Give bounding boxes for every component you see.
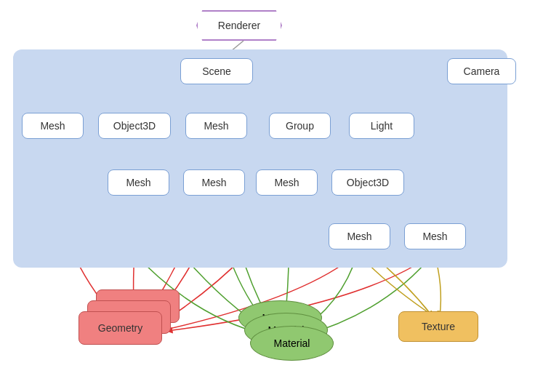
scene-node: Scene <box>180 58 253 84</box>
mesh3-node: Mesh <box>108 169 169 196</box>
mesh7-node: Mesh <box>404 223 466 249</box>
mat1-node: Material <box>250 326 334 361</box>
object3d2-node: Object3D <box>331 169 404 196</box>
light-node: Light <box>349 113 414 139</box>
renderer-hex: Renderer <box>196 10 282 41</box>
mesh2-node: Mesh <box>185 113 247 139</box>
mesh1-node: Mesh <box>22 113 84 139</box>
mesh6-node: Mesh <box>329 223 390 249</box>
diagram: Renderer Scene Camera Mesh Object3D Mesh… <box>0 0 543 392</box>
object3d1-node: Object3D <box>98 113 171 139</box>
geo1-node: Geometry <box>79 311 162 345</box>
group-node: Group <box>269 113 331 139</box>
camera-node: Camera <box>447 58 516 84</box>
mesh4-node: Mesh <box>183 169 245 196</box>
mesh5-node: Mesh <box>256 169 318 196</box>
texture-node: Texture <box>398 311 478 342</box>
